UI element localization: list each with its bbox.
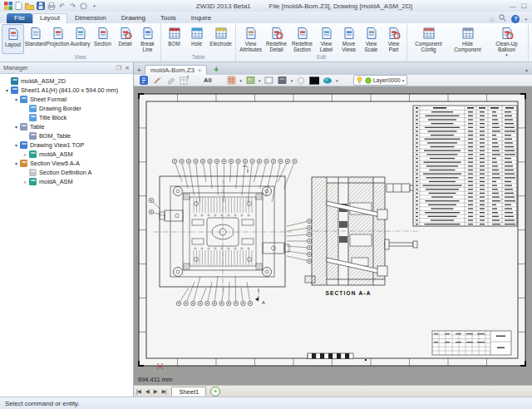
auxiliary-button[interactable]: Auxiliary [69, 24, 91, 54]
material-dropdown-icon[interactable] [323, 76, 332, 85]
component-config-button[interactable]: ComponentConfig [409, 24, 448, 58]
view-scale-button[interactable]: ViewScale [360, 24, 382, 54]
drawing-sheet[interactable]: A [134, 86, 532, 385]
new-file-icon[interactable] [14, 2, 23, 11]
document-tab-active[interactable]: moldA-Bom.Z3 × [145, 65, 207, 75]
move-views-button[interactable]: MoveViews [337, 24, 360, 54]
layer-widget[interactable]: Layer0000 ▾ [353, 75, 408, 86]
new-document-tab-button[interactable]: + [207, 65, 225, 75]
material-caret-icon[interactable]: ▾ [336, 78, 338, 83]
image-dropdown-icon[interactable] [245, 76, 255, 85]
section-button[interactable]: Section [91, 24, 114, 54]
tab-overflow-icon[interactable]: ▾ [521, 67, 532, 75]
tree-expander-icon[interactable]: ▹ [22, 179, 29, 185]
hide-component-button[interactable]: HideComponent [448, 24, 487, 58]
tree-item-table[interactable]: ▾Table [0, 122, 133, 131]
brush-icon[interactable] [152, 76, 162, 85]
color-swatch[interactable] [309, 76, 319, 85]
tree-item-bom-table[interactable]: BOM_Table [0, 131, 133, 140]
home-icon[interactable]: ⌂ [490, 15, 494, 23]
last-sheet-button[interactable]: ▶| [160, 388, 169, 395]
bom-button[interactable]: BOM [163, 24, 185, 54]
print-icon[interactable] [47, 2, 56, 11]
dropdown-caret-icon[interactable]: ▾ [505, 52, 508, 58]
tree-expander-icon[interactable]: ▾ [12, 142, 20, 148]
bom-table-icon [29, 132, 37, 140]
clean-up-balloon-button[interactable]: Clean-UpBalloon▾ [487, 24, 526, 58]
drawing-canvas[interactable]: A [134, 86, 532, 385]
document-tab-close-icon[interactable]: × [198, 67, 201, 73]
pattern-dropdown-icon[interactable] [227, 76, 237, 85]
app-logo-icon[interactable] [3, 2, 12, 11]
help-button[interactable]: ? [511, 15, 520, 23]
layer-dropdown[interactable]: Layer0000 [373, 77, 401, 83]
shade-dropdown-icon[interactable] [278, 76, 288, 85]
redefine-detail-button[interactable]: RedefineDetail [264, 24, 289, 54]
tree-expander-icon[interactable]: ▾ [12, 160, 20, 166]
shade-caret-icon[interactable]: ▾ [291, 78, 293, 83]
detail-button[interactable]: Detail [114, 24, 136, 54]
frame-dropdown-icon[interactable] [264, 76, 274, 85]
filter-all-dropdown[interactable]: All [204, 76, 212, 84]
undo-icon[interactable]: ↶ [57, 2, 66, 11]
tree-item-molda-asm[interactable]: ▹moldA_ASM [0, 177, 133, 186]
customize-icon[interactable] [79, 2, 88, 11]
tree-item-drawing-border[interactable]: Drawing Border [0, 104, 133, 113]
save-icon[interactable] [36, 2, 45, 11]
next-sheet-button[interactable]: ▶ [151, 388, 160, 395]
menu-tab-layout[interactable]: Layout [32, 13, 67, 23]
open-file-icon[interactable] [25, 2, 34, 11]
menu-tab-file[interactable]: File [7, 13, 32, 23]
table-text-icon[interactable]: T [179, 76, 189, 85]
minimize-button[interactable]: — [510, 2, 516, 10]
tree-item-title-block[interactable]: Title Block [0, 113, 133, 122]
tree-item-molda-asm-2d[interactable]: moldA_ASM_2D [0, 76, 133, 86]
tree-expander-icon[interactable]: ▾ [12, 124, 20, 130]
view-part-button[interactable]: ViewPart [382, 24, 405, 54]
hole-button[interactable]: Hole [185, 24, 208, 54]
add-sheet-button[interactable]: + [210, 387, 220, 397]
layout-button[interactable]: Layout [2, 24, 24, 54]
view-label-button[interactable]: ViewLabel [315, 24, 337, 54]
menu-tab-drawing[interactable]: Drawing [114, 13, 153, 23]
help-dropdown-icon[interactable]: ▾ [525, 17, 527, 22]
menu-tab-dimension[interactable]: Dimension [67, 13, 114, 23]
tree-expander-icon[interactable]: ▾ [3, 87, 11, 93]
manager-close-button[interactable]: ✕ [125, 65, 130, 71]
projection-button[interactable]: Projection [47, 24, 69, 54]
view-attributes-button[interactable]: ViewAttributes [238, 24, 264, 54]
tree-item-section-view5-a-a[interactable]: ▾Section View5 A-A [0, 159, 133, 168]
eraser-icon[interactable] [165, 76, 175, 85]
tree-expander-icon[interactable]: ▾ [12, 96, 20, 102]
search-icon[interactable] [499, 14, 506, 23]
sheet-tab[interactable]: Sheet1 [171, 387, 206, 396]
redefine-section-button[interactable]: RedefineSection [289, 24, 315, 54]
tree-expander-icon[interactable]: ▹ [22, 151, 29, 157]
break-line-button[interactable]: BreakLine [136, 24, 159, 54]
menu-tab-inquire[interactable]: Inquire [184, 13, 219, 23]
layer-visibility-icon[interactable] [357, 76, 363, 85]
tree-item-sheet-format[interactable]: ▾Sheet Format [0, 95, 133, 104]
bom-table-graphic[interactable] [413, 106, 517, 226]
tree-item-sheet1-a1-h-841-00-x-594-00-mm[interactable]: ▾Sheet1 A1(H) (841.00 x 594.00 mm) [0, 86, 133, 95]
first-sheet-button[interactable]: |◀ [134, 388, 143, 395]
tree-item-molda-asm[interactable]: ▹moldA_ASM [0, 150, 133, 159]
standard-button[interactable]: Standard [24, 24, 47, 54]
manager-float-button[interactable]: ❐ [116, 65, 121, 71]
electrode-button[interactable]: Electrode [208, 24, 234, 54]
pattern-caret-icon[interactable]: ▾ [240, 78, 243, 83]
tree-item-drawing-view1-top[interactable]: ▾Drawing View1 TOP [0, 140, 133, 150]
layer-caret-icon[interactable]: ▾ [402, 78, 405, 83]
maximize-button[interactable]: ☐ [521, 2, 527, 10]
ribbon-group-label: Edit [238, 54, 405, 62]
tab-list-button[interactable]: + [134, 67, 145, 75]
menu-tab-tools[interactable]: Tools [153, 13, 184, 23]
prev-sheet-button[interactable]: ◀ [143, 388, 151, 395]
title-block-graphic[interactable] [432, 331, 511, 355]
qat-dropdown-icon[interactable]: ▾ [90, 2, 99, 11]
tree-item-section-definition-a[interactable]: Section Definition A [0, 168, 133, 177]
redefine-detail-icon [269, 26, 284, 41]
redo-icon[interactable]: ↷ [68, 2, 77, 11]
image-caret-icon[interactable]: ▾ [259, 78, 261, 83]
escape-state-icon[interactable] [139, 76, 149, 85]
